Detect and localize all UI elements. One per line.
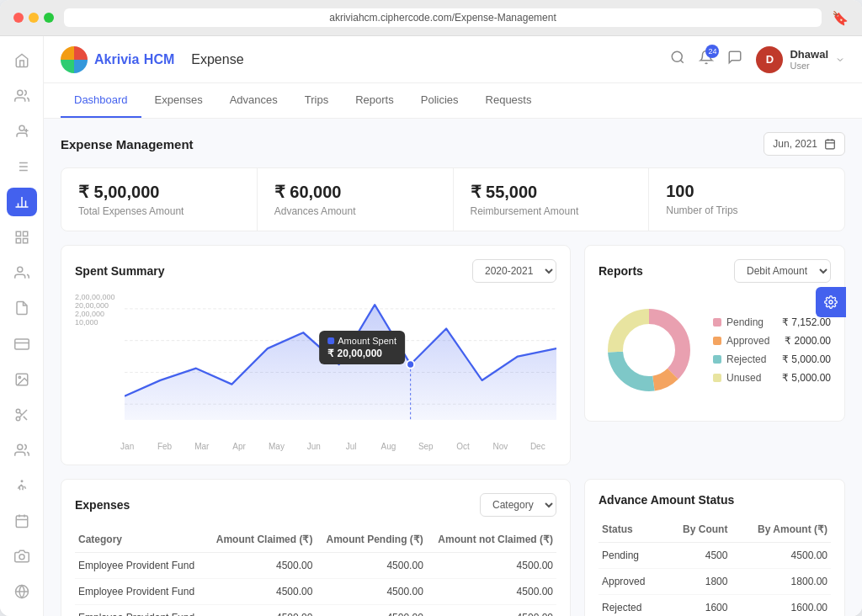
year-filter-select[interactable]: 2020-2021 <box>472 259 556 283</box>
total-expenses-label: Total Expenses Amount <box>78 205 240 217</box>
legend-unused-left: Unused <box>713 372 761 384</box>
trips-label: Number of Trips <box>666 204 827 216</box>
svg-point-34 <box>19 555 24 560</box>
svg-point-1 <box>19 125 24 130</box>
adv-row1-count: 4500 <box>663 543 731 569</box>
legend-amount-pending: ₹ 7,152.00 <box>782 316 831 328</box>
bookmark-icon[interactable]: 🔖 <box>832 10 849 26</box>
user-role: User <box>790 61 828 71</box>
svg-rect-14 <box>16 232 20 236</box>
trips-amount: 100 <box>666 182 827 201</box>
legend-dot-rejected <box>713 355 721 364</box>
y-label-4: 10,000 <box>75 318 118 327</box>
advance-status-card: Advance Amount Status Status By Count By… <box>584 479 845 616</box>
svg-line-27 <box>19 412 22 415</box>
x-label-jun: Jun <box>295 442 333 451</box>
svg-rect-30 <box>16 516 28 528</box>
adv-table-row: Approved 1800 1800.00 <box>599 569 831 595</box>
charts-row: Spent Summary 2020-2021 2,00,00,000 <box>61 245 845 465</box>
chat-icon[interactable] <box>727 50 742 69</box>
sidebar-item-add-user[interactable] <box>7 117 37 146</box>
row1-claimed: 4500.00 <box>206 553 317 579</box>
tooltip-value: ₹ 20,00,000 <box>327 348 396 359</box>
minimize-dot[interactable] <box>29 13 39 23</box>
date-filter-value: Jun, 2021 <box>773 138 817 150</box>
tooltip-label-text: Amount Spent <box>338 336 396 346</box>
browser-window: akriviahcm.ciphercode.com/Expense-Manage… <box>0 0 862 616</box>
sidebar-item-scissors[interactable] <box>7 401 37 429</box>
svg-point-22 <box>19 376 20 378</box>
calendar-filter-icon <box>824 138 836 150</box>
reimbursement-amount: ₹ 55,000 <box>471 182 632 202</box>
notification-badge: 24 <box>705 45 719 58</box>
notification-icon[interactable]: 24 <box>699 50 714 69</box>
svg-point-23 <box>16 409 20 413</box>
legend-dot-unused <box>713 374 721 382</box>
reports-filter-select[interactable]: Debit Amount <box>734 259 831 283</box>
legend-label-approved: Approved <box>726 335 769 347</box>
legend-label-rejected: Rejected <box>726 353 766 365</box>
tab-expenses[interactable]: Expenses <box>141 83 216 118</box>
tab-reports[interactable]: Reports <box>342 83 407 118</box>
maximize-dot[interactable] <box>44 13 54 23</box>
browser-dots <box>13 13 54 23</box>
stats-row: ₹ 5,00,000 Total Expenses Amount ₹ 60,00… <box>61 167 845 231</box>
gear-icon <box>824 295 838 309</box>
sidebar-item-walk[interactable] <box>7 471 37 500</box>
x-axis-labels: Jan Feb Mar Apr May Jun Jul Aug Sep Oc <box>75 438 556 451</box>
x-label-sep: Sep <box>407 442 444 451</box>
row3-pending: 4500.00 <box>316 605 426 617</box>
expenses-filter-select[interactable]: Category <box>480 493 556 517</box>
tab-dashboard[interactable]: Dashboard <box>61 83 141 118</box>
svg-rect-15 <box>23 232 27 236</box>
tab-advances[interactable]: Advances <box>216 83 291 118</box>
adv-table-row: Pending 4500 4500.00 <box>599 543 831 569</box>
advance-status-header: Advance Amount Status <box>599 493 831 507</box>
sidebar-item-doc[interactable] <box>7 294 37 322</box>
sidebar-item-people[interactable] <box>7 82 37 110</box>
col-pending: Amount Pending (₹) <box>316 527 426 553</box>
x-label-oct: Oct <box>444 442 482 451</box>
y-label-1: 2,00,00,000 <box>75 293 118 301</box>
sidebar-item-list[interactable] <box>7 152 37 181</box>
adv-row1-amount: 4500.00 <box>731 543 831 569</box>
gear-settings-button[interactable] <box>816 287 846 317</box>
address-bar[interactable]: akriviahcm.ciphercode.com/Expense-Manage… <box>64 8 822 27</box>
tab-trips[interactable]: Trips <box>291 83 342 118</box>
x-label-apr: Apr <box>221 442 258 451</box>
table-row: Employee Provident Fund 4500.00 4500.00 … <box>75 553 556 579</box>
search-icon[interactable] <box>670 50 685 69</box>
logo-text: Akrivia HCM <box>94 52 174 67</box>
tab-requests[interactable]: Requests <box>472 83 545 118</box>
tab-policies[interactable]: Policies <box>407 83 472 118</box>
sidebar <box>0 36 44 616</box>
svg-point-53 <box>829 300 833 304</box>
app-container: Akrivia HCM Expense 24 <box>0 36 862 616</box>
legend-rejected-left: Rejected <box>713 353 766 365</box>
sidebar-item-group[interactable] <box>7 436 37 465</box>
reports-header: Reports Debit Amount <box>599 259 831 283</box>
sidebar-item-home[interactable] <box>7 46 37 75</box>
sidebar-item-calendar[interactable] <box>7 507 37 535</box>
date-filter[interactable]: Jun, 2021 <box>764 132 845 156</box>
row1-pending: 4500.00 <box>316 553 426 579</box>
col-category: Category <box>75 527 206 553</box>
adv-row2-count: 1800 <box>663 569 731 595</box>
donut-container: Pending ₹ 7,152.00 Approved <box>599 293 831 407</box>
sidebar-item-image[interactable] <box>7 365 37 394</box>
row3-not-claimed: 4500.00 <box>427 605 556 617</box>
svg-point-28 <box>17 444 22 449</box>
svg-rect-39 <box>826 140 835 149</box>
spent-summary-col: Spent Summary 2020-2021 2,00,00,000 <box>61 245 571 465</box>
user-menu[interactable]: D Dhawal User <box>756 46 845 73</box>
reimbursement-label: Reimbursement Amount <box>471 205 632 217</box>
expenses-table: Category Amount Claimed (₹) Amount Pendi… <box>75 527 556 616</box>
sidebar-item-card[interactable] <box>7 330 37 358</box>
sidebar-item-globe[interactable] <box>7 577 37 606</box>
sidebar-item-chart[interactable] <box>7 188 37 216</box>
sidebar-item-camera[interactable] <box>7 542 37 571</box>
sidebar-item-team[interactable] <box>7 258 37 287</box>
close-dot[interactable] <box>13 13 24 23</box>
legend-amount-rejected: ₹ 5,000.00 <box>782 353 831 365</box>
sidebar-item-org[interactable] <box>7 223 37 252</box>
